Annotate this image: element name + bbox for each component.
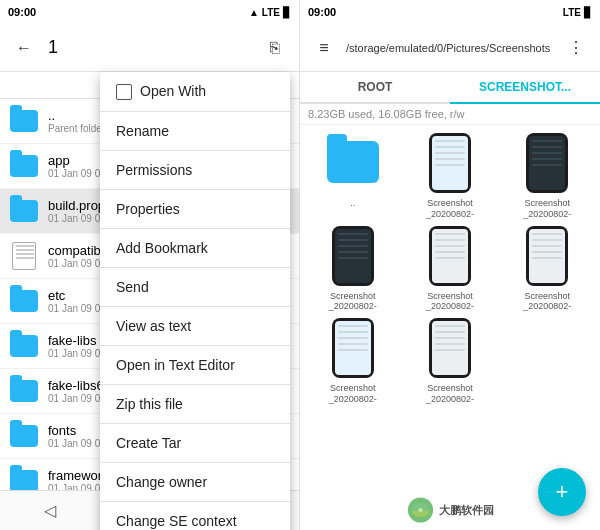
menu-item-zip-this-file[interactable]: Zip this file: [100, 385, 290, 423]
menu-item-label: Send: [116, 279, 149, 295]
menu-item-add-bookmark[interactable]: Add Bookmark: [100, 229, 290, 267]
screenshot-label: Screenshot _20200802-: [329, 383, 377, 405]
folder-icon: [8, 150, 40, 182]
folder-icon: [8, 195, 40, 227]
menu-item-properties[interactable]: Properties: [100, 190, 290, 228]
screenshot-item[interactable]: Screenshot _20200802-: [403, 316, 496, 405]
path-breadcrumb: /storage/emulated/0/Pictures/Screenshots: [346, 42, 554, 54]
screenshot-item[interactable]: ..: [306, 131, 399, 220]
watermark: 大鹏软件园: [407, 496, 494, 524]
menu-item-open-with[interactable]: Open With: [100, 72, 290, 111]
tabs-bar: ROOT SCREENSHOT...: [300, 72, 600, 104]
open-with-icon: [116, 84, 132, 100]
nav-back-icon: ◁: [44, 501, 56, 520]
menu-item-label: Open With: [140, 83, 206, 99]
toolbar-title: 1: [48, 37, 251, 58]
screenshot-thumb: [511, 131, 583, 196]
left-panel: 09:00 ▲ LTE ▊ ← 1 ⎘ SYSTEM ..Parent fold…: [0, 0, 300, 530]
screenshot-thumb: [414, 316, 486, 381]
screenshot-item[interactable]: Screenshot _20200802-: [306, 316, 399, 405]
screenshot-label: Screenshot _20200802-: [426, 291, 474, 313]
nav-back-button[interactable]: ◁: [38, 499, 62, 523]
folder-icon: [8, 330, 40, 362]
right-status-bar: 09:00 LTE ▊: [300, 0, 600, 24]
thumb-phone: [332, 226, 374, 286]
thumb-phone: [526, 226, 568, 286]
left-time: 09:00: [8, 6, 36, 18]
left-toolbar: ← 1 ⎘: [0, 24, 299, 72]
menu-item-label: Properties: [116, 201, 180, 217]
screenshot-item[interactable]: Screenshot _20200802-: [403, 224, 496, 313]
right-toolbar: ≡ /storage/emulated/0/Pictures/Screensho…: [300, 24, 600, 72]
more-options-button[interactable]: ⋮: [560, 32, 592, 64]
menu-item-send[interactable]: Send: [100, 268, 290, 306]
menu-item-label: View as text: [116, 318, 191, 334]
thumb-folder-icon: [327, 141, 379, 183]
fab-button[interactable]: +: [538, 468, 586, 516]
left-status-icons: ▲ LTE ▊: [249, 7, 291, 18]
screenshot-thumb: [414, 131, 486, 196]
copy-icon: ⎘: [270, 39, 280, 57]
more-icon: ⋮: [568, 38, 584, 57]
tab-root[interactable]: ROOT: [300, 72, 450, 102]
menu-item-label: Rename: [116, 123, 169, 139]
right-time: 09:00: [308, 6, 336, 18]
menu-item-rename[interactable]: Rename: [100, 112, 290, 150]
screenshot-label: Screenshot _20200802-: [523, 291, 571, 313]
screenshot-item[interactable]: Screenshot _20200802-: [501, 224, 594, 313]
screenshot-thumb: [414, 224, 486, 289]
right-battery-icon: ▊: [584, 7, 592, 18]
hamburger-menu-button[interactable]: ≡: [308, 32, 340, 64]
watermark-text: 大鹏软件园: [439, 503, 494, 518]
menu-item-view-as-text[interactable]: View as text: [100, 307, 290, 345]
back-button[interactable]: ←: [8, 32, 40, 64]
screenshot-thumb: [317, 316, 389, 381]
screenshot-item[interactable]: Screenshot _20200802-: [501, 131, 594, 220]
folder-icon: [8, 465, 40, 490]
screenshot-label: ..: [350, 198, 355, 209]
left-status-bar: 09:00 ▲ LTE ▊: [0, 0, 299, 24]
menu-item-label: Change owner: [116, 474, 207, 490]
back-icon: ←: [16, 39, 32, 57]
thumb-phone: [429, 318, 471, 378]
screenshot-item[interactable]: Screenshot _20200802-: [306, 224, 399, 313]
screenshot-label: Screenshot _20200802-: [426, 198, 474, 220]
screenshot-thumb: [511, 224, 583, 289]
file-doc-icon: [8, 240, 40, 272]
menu-item-change-se-context[interactable]: Change SE context: [100, 502, 290, 530]
svg-point-4: [418, 508, 422, 512]
menu-item-change-owner[interactable]: Change owner: [100, 463, 290, 501]
screenshot-thumb: [317, 224, 389, 289]
screenshot-item[interactable]: Screenshot _20200802-: [403, 131, 496, 220]
storage-info: 8.23GB used, 16.08GB free, r/w: [300, 104, 600, 125]
menu-item-label: Open in Text Editor: [116, 357, 235, 373]
battery-icon: ▊: [283, 7, 291, 18]
screenshot-thumb: [317, 131, 389, 196]
menu-item-permissions[interactable]: Permissions: [100, 151, 290, 189]
menu-item-create-tar[interactable]: Create Tar: [100, 424, 290, 462]
menu-item-label: Zip this file: [116, 396, 183, 412]
add-icon: +: [556, 479, 569, 505]
menu-item-label: Change SE context: [116, 513, 237, 529]
folder-icon: [8, 285, 40, 317]
watermark-logo-icon: [407, 496, 435, 524]
hamburger-icon: ≡: [319, 39, 328, 57]
thumb-phone: [332, 318, 374, 378]
right-status-icons: LTE ▊: [563, 7, 592, 18]
thumb-phone: [429, 226, 471, 286]
copy-icon-btn[interactable]: ⎘: [259, 32, 291, 64]
screenshot-label: Screenshot _20200802-: [523, 198, 571, 220]
screenshot-label: Screenshot _20200802-: [329, 291, 377, 313]
thumb-phone: [526, 133, 568, 193]
menu-item-open-in-text-editor[interactable]: Open in Text Editor: [100, 346, 290, 384]
right-signal-icon: LTE: [563, 7, 581, 18]
right-panel: 09:00 LTE ▊ ≡ /storage/emulated/0/Pictur…: [300, 0, 600, 530]
signal-icon: LTE: [262, 7, 280, 18]
thumb-phone: [429, 133, 471, 193]
folder-icon: [8, 420, 40, 452]
folder-icon: [8, 375, 40, 407]
screenshot-label: Screenshot _20200802-: [426, 383, 474, 405]
tab-screenshot[interactable]: SCREENSHOT...: [450, 72, 600, 104]
context-menu: Open WithRenamePermissionsPropertiesAdd …: [100, 72, 290, 530]
wifi-icon: ▲: [249, 7, 259, 18]
